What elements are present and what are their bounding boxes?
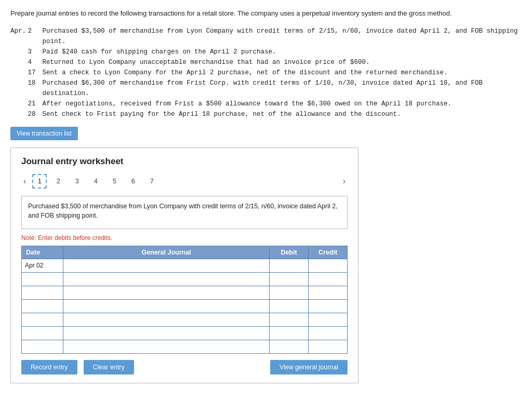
tab-prev-button[interactable]: ‹ xyxy=(21,176,28,187)
debit-input[interactable] xyxy=(270,340,308,353)
clear-entry-button[interactable]: Clear entry xyxy=(84,360,134,375)
transaction-text: Purchased $6,300 of merchandise from Fri… xyxy=(42,78,522,99)
tab-next-button[interactable]: › xyxy=(341,176,348,187)
transaction-text: Purchased $3,500 of merchandise from Lyo… xyxy=(42,26,522,47)
worksheet-title: Journal entry worksheet xyxy=(21,156,348,167)
tab-4[interactable]: 4 xyxy=(88,174,103,189)
debit-cell[interactable] xyxy=(270,299,309,313)
credit-cell[interactable] xyxy=(309,313,348,326)
tabs-row: ‹ 1234567› xyxy=(21,174,348,189)
debit-cell[interactable] xyxy=(270,340,309,353)
transaction-num: 3 xyxy=(28,47,42,57)
date-cell: Apr 02 xyxy=(22,259,63,272)
gj-input[interactable] xyxy=(63,300,269,313)
transaction-num: 21 xyxy=(28,99,42,109)
table-row xyxy=(22,340,348,353)
date-cell xyxy=(22,340,63,353)
gj-input[interactable] xyxy=(63,327,269,340)
gj-cell[interactable] xyxy=(63,299,270,313)
col-header-gj: General Journal xyxy=(63,246,270,259)
date-cell xyxy=(22,299,63,313)
gj-cell[interactable] xyxy=(63,313,270,326)
credit-input[interactable] xyxy=(309,327,347,340)
debit-cell[interactable] xyxy=(270,272,309,286)
transaction-text: Paid $240 cash for shipping charges on t… xyxy=(42,47,522,57)
transaction-num: 28 xyxy=(28,109,42,119)
gj-input[interactable] xyxy=(63,340,269,353)
date-cell xyxy=(22,286,63,299)
gj-cell[interactable] xyxy=(63,340,270,353)
gj-cell[interactable] xyxy=(63,259,270,272)
tab-5[interactable]: 5 xyxy=(107,174,122,189)
transactions-section: Apr. 2Purchased $3,500 of merchandise fr… xyxy=(10,26,522,119)
transaction-row: 18Purchased $6,300 of merchandise from F… xyxy=(28,78,522,99)
transaction-num: 17 xyxy=(28,68,42,78)
transaction-text: Sent check to Frist paying for the April… xyxy=(42,109,522,119)
table-row xyxy=(22,326,348,340)
gj-input[interactable] xyxy=(63,313,269,326)
debit-input[interactable] xyxy=(270,273,308,286)
tab-7[interactable]: 7 xyxy=(144,174,159,189)
transaction-row: 28Sent check to Frist paying for the Apr… xyxy=(28,109,522,119)
tab-1[interactable]: 1 xyxy=(32,174,47,189)
credit-input[interactable] xyxy=(309,340,347,353)
credit-input[interactable] xyxy=(309,313,347,326)
gj-cell[interactable] xyxy=(63,286,270,299)
date-cell xyxy=(22,313,63,326)
debit-input[interactable] xyxy=(270,313,308,326)
transaction-description: Purchased $3,500 of merchandise from Lyo… xyxy=(21,196,348,229)
col-header-date: Date xyxy=(22,246,63,259)
debit-input[interactable] xyxy=(270,300,308,313)
col-header-debit: Debit xyxy=(270,246,309,259)
table-row xyxy=(22,286,348,299)
credit-input[interactable] xyxy=(309,273,347,286)
view-transaction-list-button[interactable]: View transaction list xyxy=(10,127,78,140)
gj-input[interactable] xyxy=(63,259,269,272)
instructions-text: Prepare journal entries to record the fo… xyxy=(10,8,522,19)
debit-input[interactable] xyxy=(270,286,308,299)
debit-cell[interactable] xyxy=(270,286,309,299)
transaction-text: Returned to Lyon Company unacceptable me… xyxy=(42,57,522,68)
tab-6[interactable]: 6 xyxy=(126,174,140,189)
transaction-row: 2Purchased $3,500 of merchandise from Ly… xyxy=(28,26,522,47)
gj-cell[interactable] xyxy=(63,272,270,286)
credit-input[interactable] xyxy=(309,300,347,313)
date-cell xyxy=(22,272,63,286)
table-row: Apr 02 xyxy=(22,259,348,272)
view-general-journal-button[interactable]: View general journal xyxy=(270,360,348,375)
credit-input[interactable] xyxy=(309,259,347,272)
credit-cell[interactable] xyxy=(309,259,348,272)
month-label: Apr. xyxy=(10,26,28,119)
credit-cell[interactable] xyxy=(309,286,348,299)
credit-cell[interactable] xyxy=(309,340,348,353)
credit-cell[interactable] xyxy=(309,326,348,340)
actions-row: Record entry Clear entry View general jo… xyxy=(21,360,348,375)
transaction-row: 4Returned to Lyon Company unacceptable m… xyxy=(28,57,522,68)
credit-input[interactable] xyxy=(309,286,347,299)
gj-input[interactable] xyxy=(63,273,269,286)
transaction-row: 21After negotiations, received from Fris… xyxy=(28,99,522,109)
journal-entry-worksheet: Journal entry worksheet ‹ 1234567› Purch… xyxy=(10,148,358,383)
tab-3[interactable]: 3 xyxy=(70,174,84,189)
transaction-num: 2 xyxy=(28,26,42,47)
table-row xyxy=(22,313,348,326)
debit-cell[interactable] xyxy=(270,313,309,326)
credit-cell[interactable] xyxy=(309,272,348,286)
debit-cell[interactable] xyxy=(270,326,309,340)
transaction-num: 18 xyxy=(28,78,42,99)
gj-cell[interactable] xyxy=(63,326,270,340)
table-row xyxy=(22,272,348,286)
transaction-num: 4 xyxy=(28,57,42,68)
debit-cell[interactable] xyxy=(270,259,309,272)
transaction-row: 17Sent a check to Lyon Company for the A… xyxy=(28,68,522,78)
tab-2[interactable]: 2 xyxy=(51,174,65,189)
date-cell xyxy=(22,326,63,340)
gj-input[interactable] xyxy=(63,286,269,299)
debit-input[interactable] xyxy=(270,327,308,340)
credit-cell[interactable] xyxy=(309,299,348,313)
journal-table: Date General Journal Debit Credit Apr 02 xyxy=(21,246,348,354)
record-entry-button[interactable]: Record entry xyxy=(21,360,77,375)
transaction-text: Sent a check to Lyon Company for the Apr… xyxy=(42,68,522,78)
transactions-list: 2Purchased $3,500 of merchandise from Ly… xyxy=(28,26,522,119)
debit-input[interactable] xyxy=(270,259,308,272)
